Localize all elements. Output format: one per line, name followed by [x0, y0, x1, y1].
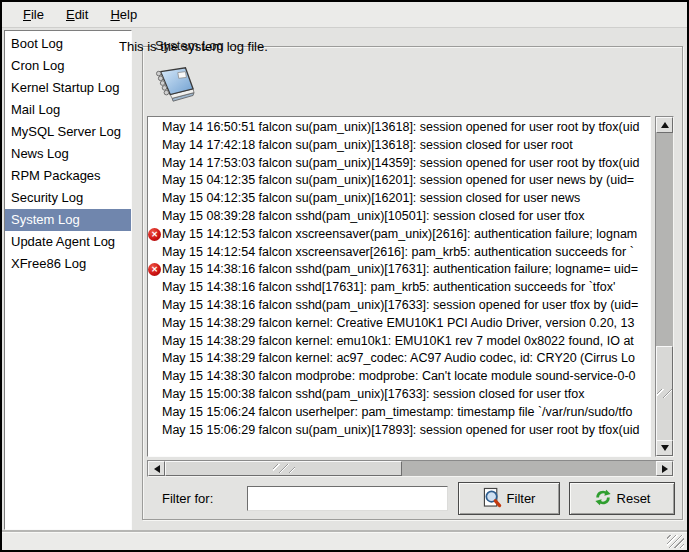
log-row[interactable]: May 14 17:42:18 falcon su(pam_unix)[1361… — [148, 137, 650, 155]
filter-input[interactable] — [247, 486, 448, 511]
menu-bar: File Edit Help — [2, 2, 687, 28]
log-row-text: May 15 14:38:29 falcon kernel: emu10k1: … — [162, 334, 634, 348]
log-type-list: Boot LogCron LogKernel Startup LogMail L… — [4, 30, 132, 530]
sidebar-item-security-log[interactable]: Security Log — [5, 187, 131, 209]
log-row[interactable]: May 15 14:38:16 falcon sshd(pam_unix)[17… — [148, 297, 650, 315]
recycle-arrows-icon — [594, 489, 612, 509]
log-row-text: May 15 14:38:29 falcon kernel: Creative … — [162, 316, 634, 330]
sidebar-item-xfree86-log[interactable]: XFree86 Log — [5, 253, 131, 275]
log-row[interactable]: ✕May 15 14:12:53 falcon xscreensaver(pam… — [148, 226, 650, 244]
log-row[interactable]: ✕May 15 14:38:16 falcon sshd(pam_unix)[1… — [148, 261, 650, 279]
log-viewer-window: File Edit Help Boot LogCron LogKernel St… — [0, 0, 689, 552]
status-bar — [2, 532, 687, 550]
notebook-icon — [151, 65, 197, 109]
log-row[interactable]: May 15 15:00:38 falcon sshd(pam_unix)[17… — [148, 386, 650, 404]
thumb-grip — [273, 464, 295, 473]
log-row-text: May 15 14:38:16 falcon sshd(pam_unix)[17… — [162, 262, 638, 276]
log-row[interactable]: May 15 14:12:54 falcon xscreensaver[2616… — [148, 244, 650, 262]
menu-file[interactable]: File — [12, 4, 55, 25]
log-row[interactable]: May 14 16:50:51 falcon su(pam_unix)[1361… — [148, 119, 650, 137]
log-row-text: May 15 14:12:54 falcon xscreensaver[2616… — [162, 245, 634, 259]
log-row[interactable]: May 15 04:12:35 falcon su(pam_unix)[1620… — [148, 190, 650, 208]
log-row-text: May 15 14:12:53 falcon xscreensaver(pam_… — [162, 227, 637, 241]
log-row-text: May 15 15:06:29 falcon su(pam_unix)[1789… — [162, 423, 639, 437]
sidebar-item-system-log[interactable]: System Log — [5, 209, 131, 231]
log-row[interactable]: May 15 14:38:16 falcon sshd[17631]: pam_… — [148, 279, 650, 297]
log-row[interactable]: May 15 15:06:24 falcon userhelper: pam_t… — [148, 404, 650, 422]
log-row[interactable]: May 15 14:38:29 falcon kernel: Creative … — [148, 315, 650, 333]
error-icon: ✕ — [148, 228, 161, 241]
log-row-text: May 14 17:42:18 falcon su(pam_unix)[1361… — [162, 138, 573, 152]
sidebar-item-kernel-startup-log[interactable]: Kernel Startup Log — [5, 77, 131, 99]
log-row[interactable]: May 15 04:12:35 falcon su(pam_unix)[1620… — [148, 172, 650, 190]
log-row-text: May 15 14:38:16 falcon sshd(pam_unix)[17… — [162, 298, 638, 312]
log-row-text: May 15 14:38:16 falcon sshd[17631]: pam_… — [162, 280, 615, 294]
log-row-text: May 15 08:39:28 falcon sshd(pam_unix)[10… — [162, 209, 584, 223]
reset-button-label: Reset — [617, 491, 651, 506]
menu-help[interactable]: Help — [99, 4, 148, 25]
sidebar-item-boot-log[interactable]: Boot Log — [5, 33, 131, 55]
vertical-scrollbar-thumb[interactable] — [656, 346, 673, 441]
log-row-text: May 15 04:12:35 falcon su(pam_unix)[1620… — [162, 191, 580, 205]
sidebar-item-news-log[interactable]: News Log — [5, 143, 131, 165]
vertical-scrollbar[interactable] — [655, 116, 674, 457]
scroll-left-arrow-icon[interactable] — [148, 461, 165, 476]
log-description: This is the system log file. — [119, 39, 268, 54]
resize-grip[interactable] — [667, 535, 684, 548]
scroll-up-arrow-icon[interactable] — [656, 117, 673, 133]
log-entries-list[interactable]: May 14 16:50:51 falcon su(pam_unix)[1361… — [147, 116, 651, 457]
sidebar-item-cron-log[interactable]: Cron Log — [5, 55, 131, 77]
log-row[interactable]: May 15 14:38:30 falcon modprobe: modprob… — [148, 368, 650, 386]
log-row-text: May 15 15:06:24 falcon userhelper: pam_t… — [162, 405, 632, 419]
sidebar-item-rpm-packages[interactable]: RPM Packages — [5, 165, 131, 187]
sidebar-item-update-agent-log[interactable]: Update Agent Log — [5, 231, 131, 253]
filter-button-label: Filter — [507, 491, 536, 506]
thumb-grip — [657, 389, 672, 398]
log-row[interactable]: May 15 14:38:29 falcon kernel: ac97_code… — [148, 350, 650, 368]
log-row-text: May 15 14:38:29 falcon kernel: ac97_code… — [162, 351, 635, 365]
log-row-text: May 14 16:50:51 falcon su(pam_unix)[1361… — [162, 120, 639, 134]
log-row-text: May 15 04:12:35 falcon su(pam_unix)[1620… — [162, 173, 634, 187]
log-row-text: May 15 14:38:30 falcon modprobe: modprob… — [162, 369, 636, 383]
reset-button[interactable]: Reset — [569, 482, 675, 515]
log-row[interactable]: May 15 15:06:29 falcon su(pam_unix)[1789… — [148, 422, 650, 440]
horizontal-scrollbar-thumb[interactable] — [165, 461, 402, 476]
log-row-text: May 15 15:00:38 falcon sshd(pam_unix)[17… — [162, 387, 584, 401]
log-row[interactable]: May 15 08:39:28 falcon sshd(pam_unix)[10… — [148, 208, 650, 226]
filter-button[interactable]: Filter — [458, 482, 560, 515]
filter-label: Filter for: — [162, 491, 213, 506]
log-row[interactable]: May 14 17:53:03 falcon su(pam_unix)[1435… — [148, 155, 650, 173]
sidebar-item-mail-log[interactable]: Mail Log — [5, 99, 131, 121]
scroll-right-arrow-icon[interactable] — [656, 461, 673, 476]
menu-edit[interactable]: Edit — [55, 4, 99, 25]
log-row[interactable]: May 15 14:38:29 falcon kernel: emu10k1: … — [148, 333, 650, 351]
sidebar-item-mysql-server-log[interactable]: MySQL Server Log — [5, 121, 131, 143]
magnifier-document-icon — [483, 487, 502, 511]
error-icon: ✕ — [148, 263, 161, 276]
scroll-down-arrow-icon[interactable] — [656, 440, 673, 456]
horizontal-scrollbar[interactable] — [147, 460, 674, 477]
log-row-text: May 14 17:53:03 falcon su(pam_unix)[1435… — [162, 156, 639, 170]
